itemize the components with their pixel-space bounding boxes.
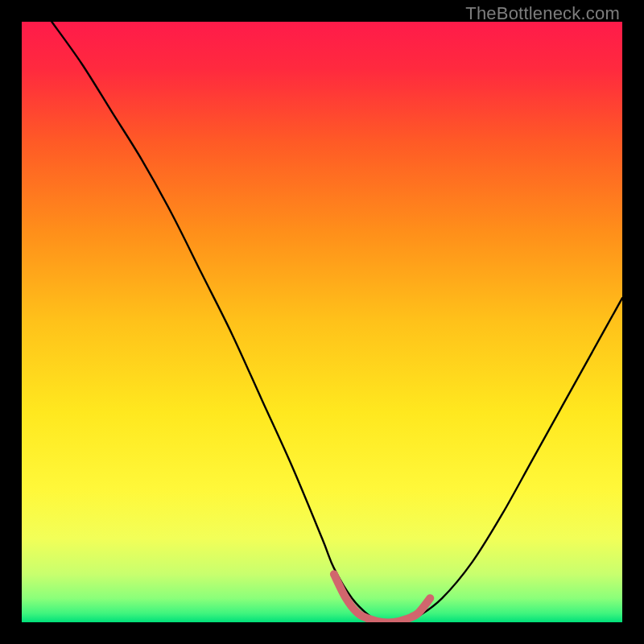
bottleneck-curve [52, 22, 622, 622]
watermark-text: TheBottleneck.com [465, 3, 620, 24]
curve-layer [22, 22, 622, 622]
sweet-spot-marker [334, 574, 430, 622]
plot-area [22, 22, 622, 622]
chart-frame: TheBottleneck.com [0, 0, 644, 644]
